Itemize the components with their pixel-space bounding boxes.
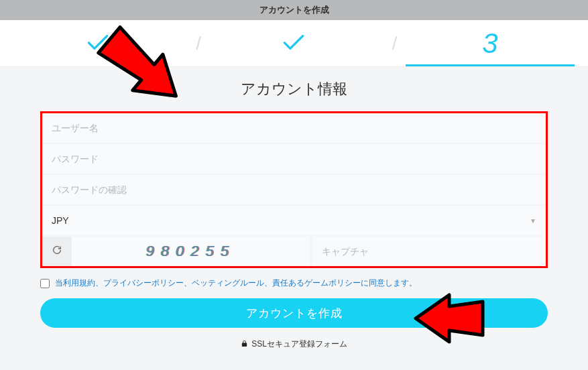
captcha-image: 980255 xyxy=(72,237,310,266)
create-account-button[interactable]: アカウントを作成 xyxy=(40,298,548,328)
active-step-underline xyxy=(406,64,574,66)
check-icon xyxy=(282,34,305,54)
form-section: アカウント情報 JPY ▼ 980255 当利用規約、プライバシーポリシー、ベッ… xyxy=(0,67,588,370)
header-title: アカウントを作成 xyxy=(259,4,329,16)
ssl-text: SSLセキュア登録フォーム xyxy=(251,338,347,350)
step-2: / xyxy=(196,20,392,66)
check-icon xyxy=(86,34,109,54)
form-box: JPY ▼ 980255 xyxy=(40,111,548,268)
header-bar: アカウントを作成 xyxy=(0,0,588,20)
currency-select[interactable]: JPY ▼ xyxy=(42,206,546,237)
agree-link[interactable]: 当利用規約、プライバシーポリシー、ベッティングルール、責任あるゲームポリシーに同… xyxy=(55,278,417,289)
captcha-refresh-button[interactable] xyxy=(42,237,72,266)
step-3: / 3 xyxy=(392,20,588,66)
captcha-input[interactable] xyxy=(310,237,546,266)
step-number: 3 xyxy=(482,27,497,60)
agree-row: 当利用規約、プライバシーポリシー、ベッティングルール、責任あるゲームポリシーに同… xyxy=(40,278,548,289)
agree-checkbox[interactable] xyxy=(40,279,50,288)
refresh-icon xyxy=(52,245,62,258)
lock-icon xyxy=(241,340,248,349)
create-account-label: アカウントを作成 xyxy=(246,306,343,321)
currency-value: JPY xyxy=(52,215,69,226)
step-1 xyxy=(0,20,196,66)
step-divider: / xyxy=(392,33,398,54)
password-input[interactable] xyxy=(42,144,546,175)
step-divider: / xyxy=(196,33,201,54)
chevron-down-icon: ▼ xyxy=(530,217,536,225)
captcha-row: 980255 xyxy=(42,237,546,266)
ssl-row: SSLセキュア登録フォーム xyxy=(0,338,588,350)
progress-steps: / / 3 xyxy=(0,20,588,67)
section-title: アカウント情報 xyxy=(0,79,588,99)
password-confirm-input[interactable] xyxy=(42,175,546,206)
username-input[interactable] xyxy=(42,113,546,144)
